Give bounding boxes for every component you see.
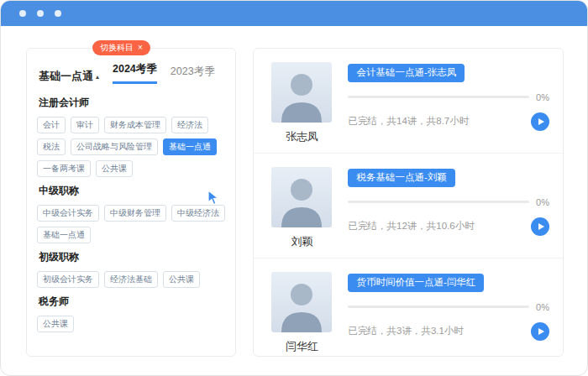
window-control-dot[interactable] (37, 10, 44, 17)
subject-chip[interactable]: 审计 (71, 117, 99, 133)
play-icon (538, 118, 544, 125)
subject-chip[interactable]: 公共课 (96, 160, 133, 177)
subject-chip[interactable]: 初级会计实务 (37, 271, 99, 288)
play-icon (538, 223, 544, 230)
course-list-panel: 张志凤 会计基础一点通-张志凤 0% 已完结，共14讲，共8.7小时 (253, 48, 564, 357)
course-row[interactable]: 刘颖 税务基础一点通-刘颖 0% 已完结，共12讲，共10.6小时 (254, 154, 563, 258)
progress-row: 0% (348, 197, 549, 207)
teacher-photo (271, 167, 332, 227)
chip-list: 公共课 (37, 316, 225, 332)
play-button[interactable] (531, 322, 549, 341)
progress-bar (348, 201, 529, 203)
play-button[interactable] (531, 217, 549, 236)
subject-chip[interactable]: 公共课 (163, 271, 200, 288)
progress-row: 0% (348, 92, 549, 102)
status-row: 已完结，共14讲，共8.7小时 (348, 112, 549, 131)
progress-bar (348, 306, 529, 308)
course-title-pill[interactable]: 会计基础一点通-张志凤 (348, 64, 465, 82)
course-status: 已完结，共12讲，共10.6小时 (348, 220, 474, 232)
main-content: 切换科目 × 基础一点通 ▴ 2024考季 2023考季 注册会计师 会计 审计… (1, 26, 587, 357)
subject-chip[interactable]: 公司战略与风险管理 (71, 138, 158, 155)
progress-percent: 0% (536, 197, 549, 207)
subject-group-tax-agent: 税务师 公共课 (37, 295, 225, 332)
subject-selector[interactable]: 基础一点通 ▴ (39, 69, 99, 84)
subject-chip[interactable]: 中级经济法 (171, 205, 225, 222)
teacher-photo (271, 62, 332, 123)
progress-percent: 0% (536, 302, 549, 312)
chip-list: 会计 审计 财务成本管理 经济法 税法 公司战略与风险管理 基础一点通 一备两考… (37, 117, 225, 177)
group-title: 初级职称 (39, 250, 225, 264)
subject-chip-selected[interactable]: 基础一点通 (163, 138, 217, 155)
play-button[interactable] (531, 112, 549, 131)
subject-chip[interactable]: 经济法 (171, 117, 208, 133)
close-icon[interactable]: × (138, 44, 143, 52)
window-titlebar (1, 1, 587, 26)
status-row: 已完结，共12讲，共10.6小时 (348, 217, 549, 236)
subject-chip[interactable]: 一备两考课 (37, 160, 91, 177)
subject-group-cpa: 注册会计师 会计 审计 财务成本管理 经济法 税法 公司战略与风险管理 基础一点… (37, 96, 225, 177)
subject-group-intermediate: 中级职称 中级会计实务 中级财务管理 中级经济法 基础一点通 (37, 184, 225, 243)
teacher-photo (271, 272, 332, 332)
teacher-name: 闫华红 (269, 339, 334, 354)
course-info: 会计基础一点通-张志凤 0% 已完结，共14讲，共8.7小时 (348, 62, 549, 144)
teacher-column: 刘颖 (269, 167, 334, 249)
person-silhouette-icon (271, 167, 332, 227)
group-title: 中级职称 (39, 184, 225, 198)
switch-subject-label: 切换科目 (100, 44, 134, 52)
play-icon (538, 328, 544, 335)
window-control-dot[interactable] (19, 10, 26, 17)
subject-chip[interactable]: 会计 (37, 117, 66, 133)
subject-filter-panel: 切换科目 × 基础一点通 ▴ 2024考季 2023考季 注册会计师 会计 审计… (26, 48, 236, 357)
switch-subject-badge[interactable]: 切换科目 × (92, 40, 150, 55)
subject-chip[interactable]: 公共课 (37, 316, 74, 332)
chevron-up-icon: ▴ (96, 73, 99, 81)
status-row: 已完结，共3讲，共3.1小时 (348, 322, 549, 341)
subject-selector-label: 基础一点通 (39, 69, 93, 84)
tab-2024-season[interactable]: 2024考季 (113, 62, 157, 84)
chip-list: 中级会计实务 中级财务管理 中级经济法 基础一点通 (37, 205, 225, 243)
person-silhouette-icon (271, 62, 332, 123)
subject-chip[interactable]: 税法 (37, 138, 66, 155)
group-title: 税务师 (39, 295, 225, 309)
tab-2023-season[interactable]: 2023考季 (171, 65, 215, 84)
subject-group-junior: 初级职称 初级会计实务 经济法基础 公共课 (37, 250, 225, 288)
course-info: 税务基础一点通-刘颖 0% 已完结，共12讲，共10.6小时 (348, 167, 549, 249)
course-title-pill[interactable]: 税务基础一点通-刘颖 (348, 169, 454, 187)
course-row[interactable]: 张志凤 会计基础一点通-张志凤 0% 已完结，共14讲，共8.7小时 (254, 49, 563, 154)
teacher-column: 张志凤 (269, 62, 334, 144)
person-silhouette-icon (271, 272, 332, 332)
filter-header: 基础一点通 ▴ 2024考季 2023考季 (37, 62, 225, 84)
course-row[interactable]: 闫华红 货币时间价值一点通-闫华红 0% 已完结，共3讲，共3.1小时 (254, 258, 563, 363)
teacher-name: 张志凤 (269, 129, 334, 144)
teacher-column: 闫华红 (269, 272, 334, 354)
subject-chip[interactable]: 经济法基础 (104, 271, 158, 288)
window-control-dot[interactable] (55, 10, 61, 17)
chip-list: 初级会计实务 经济法基础 公共课 (37, 271, 225, 288)
progress-row: 0% (348, 302, 549, 312)
group-title: 注册会计师 (39, 96, 225, 110)
course-status: 已完结，共3讲，共3.1小时 (348, 325, 463, 337)
subject-chip[interactable]: 中级会计实务 (37, 205, 99, 222)
subject-chip[interactable]: 基础一点通 (37, 227, 91, 243)
course-info: 货币时间价值一点通-闫华红 0% 已完结，共3讲，共3.1小时 (348, 272, 549, 354)
teacher-name: 刘颖 (269, 234, 334, 249)
course-status: 已完结，共14讲，共8.7小时 (348, 115, 469, 128)
course-title-pill[interactable]: 货币时间价值一点通-闫华红 (348, 274, 484, 292)
app-window: 切换科目 × 基础一点通 ▴ 2024考季 2023考季 注册会计师 会计 审计… (0, 0, 588, 376)
progress-percent: 0% (536, 92, 549, 102)
progress-bar (348, 96, 529, 98)
subject-chip[interactable]: 中级财务管理 (104, 205, 166, 222)
subject-chip[interactable]: 财务成本管理 (104, 117, 166, 133)
